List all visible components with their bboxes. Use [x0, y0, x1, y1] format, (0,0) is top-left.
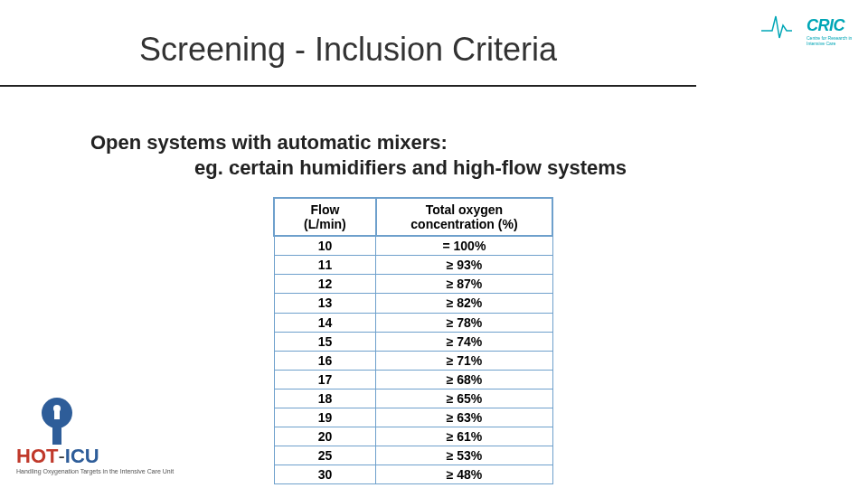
flow-cell: 12 — [274, 275, 376, 294]
table-row: 16≥ 71% — [274, 351, 552, 370]
table-row: 13≥ 82% — [274, 294, 552, 313]
flow-cell: 15 — [274, 332, 376, 351]
table-row: 12≥ 87% — [274, 275, 552, 294]
table-row: 19≥ 63% — [274, 408, 552, 427]
flow-cell: 13 — [274, 294, 376, 313]
conc-cell: ≥ 68% — [376, 370, 552, 389]
conc-cell: ≥ 93% — [376, 256, 552, 275]
table-row: 18≥ 65% — [274, 389, 552, 408]
flow-cell: 18 — [274, 389, 376, 408]
flow-h1: Flow — [310, 202, 339, 217]
col-conc-header: Total oxygen concentration (%) — [376, 198, 552, 236]
ecg-icon — [761, 5, 810, 43]
flow-cell: 11 — [274, 256, 376, 275]
flow-concentration-table: Flow (L/min) Total oxygen concentration … — [273, 197, 553, 488]
cric-logo: CRIC Centre for Research in Intensive Ca… — [761, 5, 861, 47]
hoticu-hot: HOT — [16, 445, 58, 467]
conc-cell: ≥ 53% — [376, 446, 552, 465]
conc-h1: Total oxygen — [426, 202, 503, 217]
table-row: 17≥ 68% — [274, 370, 552, 389]
flow-cell: 25 — [274, 446, 376, 465]
cric-text: CRIC — [807, 16, 844, 35]
conc-cell: ≥ 71% — [376, 351, 552, 370]
hoticu-subtext: Handling Oxygenation Targets in the Inte… — [16, 468, 174, 474]
conc-cell: = 100% — [376, 236, 552, 256]
flow-cell: 19 — [274, 408, 376, 427]
flow-cell: 20 — [274, 427, 376, 446]
conc-cell: ≥ 48% — [376, 465, 552, 484]
conc-cell: ≥ 63% — [376, 408, 552, 427]
table-row: 15≥ 74% — [274, 332, 552, 351]
col-flow-header: Flow (L/min) — [274, 198, 376, 236]
conc-cell: ≥ 87% — [376, 275, 552, 294]
flow-cell: 16 — [274, 351, 376, 370]
body-text: Open systems with automatic mixers: eg. … — [90, 130, 723, 180]
cric-subtext: Centre for Research in Intensive Care — [807, 35, 861, 46]
flow-h2: (L/min) — [304, 217, 346, 231]
flow-cell: 10 — [274, 236, 376, 256]
flow-cell: 17 — [274, 370, 376, 389]
table-row: 10= 100% — [274, 236, 552, 256]
flow-cell: 30 — [274, 465, 376, 484]
slide-title: Screening - Inclusion Criteria — [0, 31, 696, 69]
conc-cell: ≥ 82% — [376, 294, 552, 313]
hoticu-logo: HOT-ICU Handling Oxygenation Targets in … — [16, 398, 188, 479]
table-row: 11≥ 93% — [274, 256, 552, 275]
table-row: 14≥ 78% — [274, 313, 552, 332]
hoticu-text: HOT-ICU — [16, 445, 99, 468]
table-row: 20≥ 61% — [274, 427, 552, 446]
conc-cell: ≥ 78% — [376, 313, 552, 332]
hoticu-dash: - — [58, 445, 64, 467]
hoticu-icu: ICU — [65, 445, 99, 467]
body-line1: Open systems with automatic mixers: — [90, 131, 448, 154]
body-line2: eg. certain humidifiers and high-flow sy… — [194, 155, 723, 181]
table-header-row: Flow (L/min) Total oxygen concentration … — [274, 198, 552, 236]
flow-cell: 14 — [274, 313, 376, 332]
conc-cell: ≥ 74% — [376, 332, 552, 351]
conc-cell: ≥ 65% — [376, 389, 552, 408]
title-divider — [0, 85, 696, 87]
key-icon — [39, 398, 75, 447]
conc-h2: concentration (%) — [410, 217, 517, 231]
table-row: 25≥ 53% — [274, 446, 552, 465]
conc-cell: ≥ 61% — [376, 427, 552, 446]
table-row: 30≥ 48% — [274, 465, 552, 484]
